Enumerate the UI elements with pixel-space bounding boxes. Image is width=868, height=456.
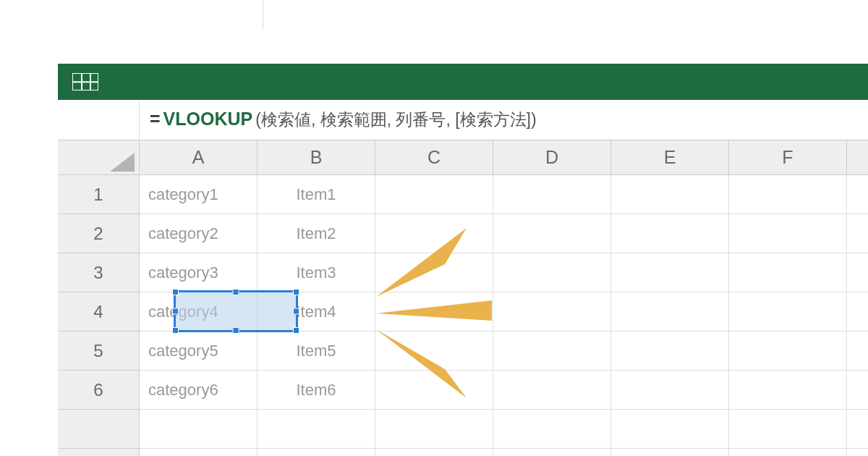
cell-d3[interactable] <box>493 253 611 292</box>
row-header-4[interactable]: 4 <box>58 292 140 332</box>
cell-g1[interactable] <box>847 175 868 214</box>
col-header-next[interactable] <box>847 140 868 175</box>
cell-d7[interactable] <box>493 410 611 449</box>
cell-e7[interactable] <box>611 410 729 449</box>
col-header-b[interactable]: B <box>258 140 375 175</box>
select-all-corner[interactable] <box>58 140 140 175</box>
cell-e3[interactable] <box>611 253 729 292</box>
cell-a4[interactable]: category4 <box>140 292 258 332</box>
cell-d6[interactable] <box>493 371 611 410</box>
name-box[interactable] <box>58 100 140 140</box>
cell-e2[interactable] <box>611 214 729 253</box>
cell-g6[interactable] <box>847 371 868 410</box>
cell-c7[interactable] <box>375 410 493 449</box>
cell-a3[interactable]: category3 <box>140 253 258 292</box>
cell-e1[interactable] <box>611 175 729 214</box>
cell-b2[interactable]: Item2 <box>258 214 375 253</box>
row-header-next-2[interactable] <box>58 449 140 456</box>
cell-c5[interactable] <box>375 332 493 371</box>
ribbon-bar <box>58 64 868 100</box>
table-row: category6 Item6 <box>140 371 868 410</box>
cell-f1[interactable] <box>729 175 847 214</box>
cell-g2[interactable] <box>847 214 868 253</box>
cell-d5[interactable] <box>493 332 611 371</box>
cell-a7[interactable] <box>140 410 258 449</box>
cell-c6[interactable] <box>375 371 493 410</box>
spreadsheet-grid: A B C D E F 1 2 3 4 5 6 category1 Item1 … <box>58 140 868 456</box>
cell-f2[interactable] <box>729 214 847 253</box>
cell-e6[interactable] <box>611 371 729 410</box>
formula-equals: = <box>150 109 161 130</box>
cell-b1[interactable]: Item1 <box>258 175 375 214</box>
cell-a1[interactable]: category1 <box>140 175 258 214</box>
table-row: category4 Item4 <box>140 292 868 332</box>
corner-triangle-icon <box>110 153 135 172</box>
cell-f3[interactable] <box>729 253 847 292</box>
cell-f7[interactable] <box>729 410 847 449</box>
cell-c8[interactable] <box>375 449 493 456</box>
formula-content: =VLOOKUP (検索値, 検索範囲, 列番号, [検索方法]) <box>140 109 537 131</box>
cell-e5[interactable] <box>611 332 729 371</box>
spreadsheet-icon <box>72 73 98 90</box>
table-row: category5 Item5 <box>140 332 868 371</box>
cell-area: category1 Item1 category2 Item2 category… <box>140 175 868 456</box>
row-header-1[interactable]: 1 <box>58 175 140 214</box>
cell-b8[interactable] <box>258 449 375 456</box>
formula-function-name: VLOOKUP <box>163 109 253 130</box>
row-header-2[interactable]: 2 <box>58 214 140 253</box>
top-divider <box>263 0 263 29</box>
cell-b7[interactable] <box>258 410 375 449</box>
cell-g4[interactable] <box>847 292 868 332</box>
table-row <box>140 449 868 456</box>
cell-g7[interactable] <box>847 410 868 449</box>
cell-f8[interactable] <box>729 449 847 456</box>
cell-f6[interactable] <box>729 371 847 410</box>
cell-g8[interactable] <box>847 449 868 456</box>
cell-a8[interactable] <box>140 449 258 456</box>
row-header-6[interactable]: 6 <box>58 371 140 410</box>
row-header-3[interactable]: 3 <box>58 253 140 292</box>
cell-b5[interactable]: Item5 <box>258 332 375 371</box>
row-header-next[interactable] <box>58 410 140 449</box>
table-row: category2 Item2 <box>140 214 868 253</box>
cell-a5[interactable]: category5 <box>140 332 258 371</box>
row-headers: 1 2 3 4 5 6 <box>58 175 140 456</box>
cell-g3[interactable] <box>847 253 868 292</box>
table-row <box>140 410 868 449</box>
cell-d4[interactable] <box>493 292 611 332</box>
formula-params: (検索値, 検索範囲, 列番号, [検索方法]) <box>255 109 536 131</box>
col-header-f[interactable]: F <box>729 140 847 175</box>
cell-e8[interactable] <box>611 449 729 456</box>
cell-f5[interactable] <box>729 332 847 371</box>
svg-marker-0 <box>110 153 135 172</box>
table-row: category3 Item3 <box>140 253 868 292</box>
col-header-a[interactable]: A <box>140 140 258 175</box>
row-header-5[interactable]: 5 <box>58 332 140 371</box>
col-header-c[interactable]: C <box>375 140 493 175</box>
col-header-d[interactable]: D <box>493 140 611 175</box>
cell-d8[interactable] <box>493 449 611 456</box>
column-headers: A B C D E F <box>140 140 868 175</box>
cell-c3[interactable] <box>375 253 493 292</box>
cell-f4[interactable] <box>729 292 847 332</box>
cell-c2[interactable] <box>375 214 493 253</box>
cell-a6[interactable]: category6 <box>140 371 258 410</box>
cell-b4[interactable]: Item4 <box>258 292 375 332</box>
cell-e4[interactable] <box>611 292 729 332</box>
cell-a2[interactable]: category2 <box>140 214 258 253</box>
cell-b6[interactable]: Item6 <box>258 371 375 410</box>
formula-bar[interactable]: =VLOOKUP (検索値, 検索範囲, 列番号, [検索方法]) <box>58 100 868 140</box>
cell-d2[interactable] <box>493 214 611 253</box>
cell-c1[interactable] <box>375 175 493 214</box>
cell-b3[interactable]: Item3 <box>258 253 375 292</box>
table-row: category1 Item1 <box>140 175 868 214</box>
cell-g5[interactable] <box>847 332 868 371</box>
col-header-e[interactable]: E <box>611 140 729 175</box>
cell-c4[interactable] <box>375 292 493 332</box>
cell-d1[interactable] <box>493 175 611 214</box>
